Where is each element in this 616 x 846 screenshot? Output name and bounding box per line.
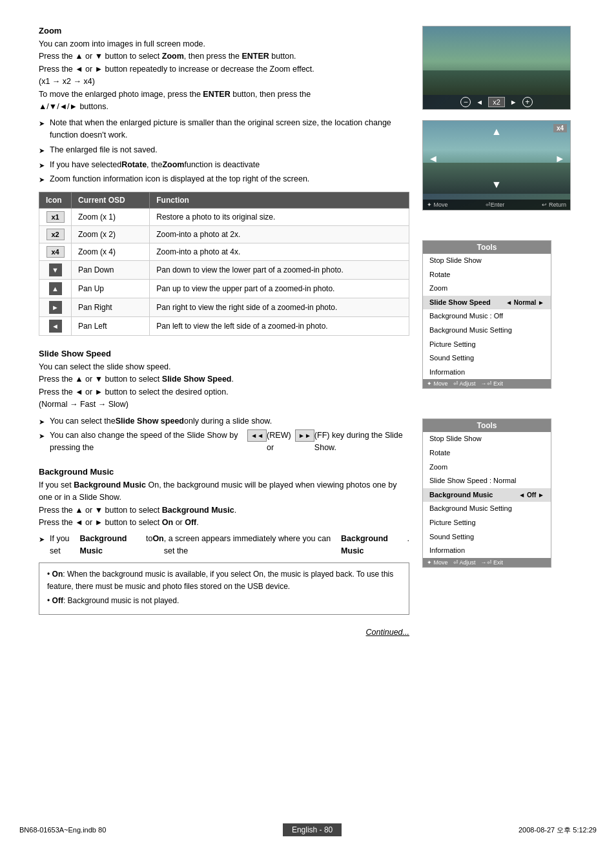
table-row: x1 Zoom (x 1) Restore a photo to its ori… [39, 209, 409, 226]
table-header-osd: Current OSD [72, 192, 150, 209]
func-pan-left: Pan left to view the left side of a zoom… [150, 317, 409, 336]
document-id: BN68-01653A~Eng.indb 80 [19, 826, 106, 834]
icon-x1: x1 [39, 209, 72, 226]
zoom-level-indicator: x2 [488, 97, 505, 107]
bgmusic-label-1: Background Music : [429, 312, 492, 320]
osd-x1: Zoom (x 1) [72, 209, 150, 226]
zoom2-return-label: ↩ Return [542, 201, 566, 208]
zoom-bullet-3: If you have selected Rotate, the Zoom fu… [39, 159, 409, 171]
continued-text: Continued... [366, 628, 409, 637]
tools-sound-setting-1: Sound Setting [423, 351, 551, 366]
zoom-screenshot-2: x4 ▲ ▼ ◄ ► ✦ Move ⏎Enter ↩ Return [422, 120, 571, 211]
zoom1-controls: − ◄ x2 ► + [423, 95, 570, 109]
table-header-icon: Icon [39, 192, 72, 209]
osd-x4: Zoom (x 4) [72, 243, 150, 261]
right-images: − ◄ x2 ► + x4 ▲ ▼ ◄ [422, 26, 577, 574]
slideshow-tools-menu: Tools Stop Slide Show Rotate Zoom Slide … [422, 240, 551, 389]
tools-rotate-1: Rotate [423, 268, 551, 282]
bgmusic-tools-title: Tools [423, 419, 551, 432]
table-row: ► Pan Right Pan right to view the right … [39, 298, 409, 317]
right-column: − ◄ x2 ► + x4 ▲ ▼ ◄ [422, 26, 577, 637]
bgmusic-bullets: If you set Background Music to On, a scr… [39, 533, 409, 557]
table-row: x2 Zoom (x 2) Zoom-into a photo at 2x. [39, 226, 409, 243]
bgmusic-tools-menu: Tools Stop Slide Show Rotate Zoom Slide … [422, 418, 551, 567]
osd-x2: Zoom (x 2) [72, 226, 150, 243]
bgmusic-tools-wrapper: Tools Stop Slide Show Rotate Zoom Slide … [422, 418, 551, 573]
zoom-minus-icon: − [460, 97, 471, 107]
pan-left-arrow: ◄ [428, 153, 438, 165]
icon-x2: x2 [39, 226, 72, 243]
bgmusic-body: If you set Background Music On, the back… [39, 479, 409, 530]
bgmusic-arrows: ◄ Off ► [518, 490, 544, 500]
page-container: Zoom You can zoom into images in full sc… [0, 0, 616, 846]
tools-information-2: Information [423, 544, 551, 558]
slideshow-tools-footer: ✦ Move ⏎ Adjust →⏎ Exit [423, 379, 551, 388]
tools-rotate-2: Rotate [423, 446, 551, 460]
info-off: • Off: Background music is not played. [47, 595, 401, 607]
slideshow-title: Slide Show Speed [39, 349, 409, 358]
table-row: x4 Zoom (x 4) Zoom-into a photo at 4x. [39, 243, 409, 261]
tools-zoom-2: Zoom [423, 460, 551, 475]
icon-pan-right: ► [39, 298, 72, 317]
func-x4: Zoom-into a photo at 4x. [150, 243, 409, 261]
bgmusic-info-box: • On: When the background music is avail… [39, 562, 409, 615]
tools-information-1: Information [423, 366, 551, 380]
icon-x4: x4 [39, 243, 72, 261]
tools-sound-setting-2: Sound Setting [423, 530, 551, 544]
tools-slideshow-speed-2: Slide Show Speed : Normal [423, 474, 551, 488]
main-content: Zoom You can zoom into images in full sc… [39, 26, 577, 637]
zoom-bullet-1: Note that when the enlarged picture is s… [39, 117, 409, 141]
bgmusic-section: Background Music If you set Background M… [39, 467, 409, 615]
zoom2-image: x4 ▲ ▼ ◄ ► [423, 121, 570, 210]
pan-up-arrow: ▲ [491, 126, 502, 138]
footer-move-1: ✦ Move [427, 380, 448, 387]
table-row: ▼ Pan Down Pan down to view the lower pa… [39, 261, 409, 280]
tools-picture-setting-1: Picture Setting [423, 338, 551, 352]
footer-adjust-2: ⏎ Adjust [453, 559, 476, 566]
slideshow-section: Slide Show Speed You can select the slid… [39, 349, 409, 454]
page-footer: BN68-01653A~Eng.indb 80 English - 80 200… [0, 823, 616, 836]
zoom2-enter-label: ⏎Enter [486, 201, 505, 208]
tools-bg-music-setting-2: Background Music Setting [423, 502, 551, 516]
zoom-plus-icon: + [522, 97, 533, 107]
bgmusic-bullet-1: If you set Background Music to On, a scr… [39, 533, 409, 557]
func-pan-down: Pan down to view the lower part of a zoo… [150, 261, 409, 280]
zoom-section: Zoom You can zoom into images in full sc… [39, 26, 409, 336]
pan-down-arrow: ▼ [491, 179, 502, 191]
zoom-screenshot-1: − ◄ x2 ► + [422, 26, 571, 110]
tools-slideshow-speed: Slide Show Speed ◄ Normal ► [423, 296, 551, 310]
zoom-bullet-2: The enlarged file is not saved. [39, 144, 409, 156]
bgmusic-value-1: Off [494, 312, 503, 320]
bgmusic-label-2: Background Music [429, 490, 493, 501]
tools-stop-slideshow-2: Stop Slide Show [423, 432, 551, 446]
func-pan-up: Pan up to view the upper part of a zoome… [150, 280, 409, 298]
table-row: ▲ Pan Up Pan up to view the upper part o… [39, 280, 409, 298]
tools-bg-music-2: Background Music ◄ Off ► [423, 488, 551, 502]
icon-pan-down: ▼ [39, 261, 72, 280]
date-stamp: 2008-08-27 오후 5:12:29 [518, 825, 597, 835]
slideshow-bullets: You can select the Slide Show speed only… [39, 415, 409, 454]
func-pan-right: Pan right to view the right side of a zo… [150, 298, 409, 317]
continued-footer: Continued... [39, 628, 409, 637]
zoom-title: Zoom [39, 26, 409, 36]
tools-zoom-1: Zoom [423, 282, 551, 296]
icon-pan-up: ▲ [39, 280, 72, 298]
slideshow-speed-label: Slide Show Speed [429, 297, 491, 309]
table-header-function: Function [150, 192, 409, 209]
page-number: English - 80 [283, 823, 342, 836]
footer-move-2: ✦ Move [427, 559, 448, 566]
footer-exit-1: →⏎ Exit [481, 380, 504, 387]
bgmusic-tools-footer: ✦ Move ⏎ Adjust →⏎ Exit [423, 558, 551, 567]
footer-adjust-1: ⏎ Adjust [453, 380, 476, 387]
zoom-bullets: Note that when the enlarged picture is s… [39, 117, 409, 185]
bgmusic-title: Background Music [39, 467, 409, 477]
info-on: • On: When the background music is avail… [47, 568, 401, 593]
footer-exit-2: →⏎ Exit [481, 559, 504, 566]
zoom2-controls: ✦ Move ⏎Enter ↩ Return [423, 200, 570, 210]
zoom-table: Icon Current OSD Function x1 Zoom (x 1) … [39, 192, 409, 336]
table-row: ◄ Pan Left Pan left to view the left sid… [39, 317, 409, 336]
tools-stop-slideshow-1: Stop Slide Show [423, 254, 551, 268]
slideshow-speed-arrows: ◄ Normal ► [506, 298, 544, 308]
func-x1: Restore a photo to its original size. [150, 209, 409, 226]
slideshow-tools-wrapper: Tools Stop Slide Show Rotate Zoom Slide … [422, 240, 551, 395]
